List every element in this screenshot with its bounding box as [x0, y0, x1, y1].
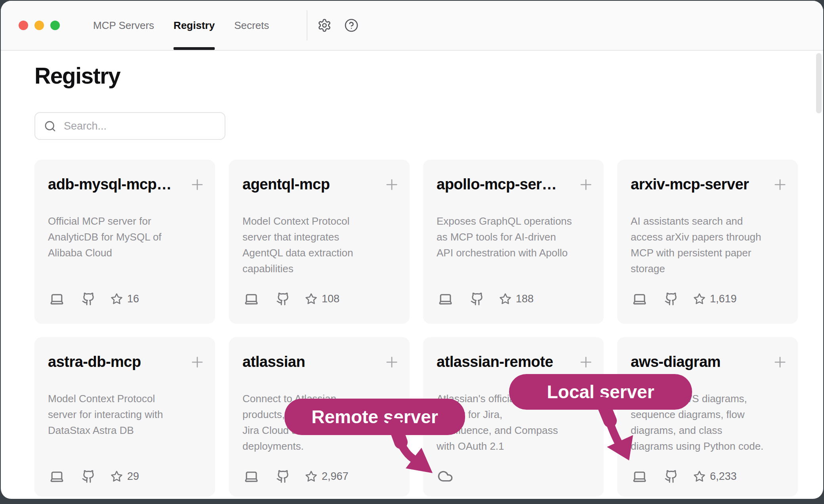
github-icon [276, 292, 290, 306]
window-minimize-button[interactable] [34, 21, 44, 30]
server-card[interactable]: astra-db-mcp Model Context Protocolserve… [34, 337, 215, 496]
server-card[interactable]: aws-diagram Generate AWS diagrams,sequen… [617, 337, 798, 496]
titlebar-divider [307, 10, 307, 40]
star-count: 29 [127, 470, 139, 483]
add-server-button[interactable] [383, 354, 400, 370]
local-callout-label: Local server [547, 381, 654, 403]
plus-icon [189, 366, 206, 372]
description-line: AI assistants search and [631, 213, 761, 229]
github-icon [664, 470, 678, 483]
laptop-icon [244, 292, 259, 306]
star-icon [111, 470, 123, 483]
plus-icon [578, 366, 594, 372]
server-name: atlassian-remote [437, 353, 553, 370]
star-icon [693, 293, 706, 305]
description-line: with OAuth 2.1 [437, 438, 558, 454]
star-count: 188 [516, 293, 534, 305]
window-close-button[interactable] [19, 21, 28, 30]
github-icon [664, 292, 678, 306]
page-title: Registry [34, 63, 120, 89]
description-line: Model Context Protocol [242, 213, 353, 229]
server-card[interactable]: adb-mysql-mcp… Official MCP server forAn… [34, 160, 215, 324]
description-line: deployments. [242, 438, 342, 454]
description-line: API orchestration with Apollo [437, 245, 572, 261]
add-server-button[interactable] [189, 354, 206, 370]
server-card[interactable]: arxiv-mcp-server AI assistants search an… [617, 160, 798, 324]
description-line: MCP with persistent paper [631, 245, 761, 261]
settings-button[interactable] [317, 18, 332, 32]
gear-icon [317, 28, 332, 34]
server-meta [438, 468, 453, 485]
add-server-button[interactable] [578, 176, 594, 193]
server-description: AI assistants search andaccess arXiv pap… [631, 213, 761, 277]
tab-registry[interactable]: Registry [174, 1, 215, 50]
plus-icon [772, 188, 788, 194]
server-name: astra-db-mcp [48, 353, 141, 370]
description-line: Official MCP server for [48, 213, 162, 229]
description-line: Alibaba Cloud [48, 245, 162, 261]
star-icon [693, 470, 706, 483]
server-name: atlassian [242, 353, 305, 370]
add-server-button[interactable] [578, 354, 594, 370]
star-count: 108 [322, 293, 340, 305]
description-line: Model Context Protocol [48, 391, 163, 407]
server-description: Model Context Protocolserver that integr… [242, 213, 353, 277]
description-line: storage [631, 261, 761, 277]
star-count: 1,619 [710, 293, 737, 305]
server-card[interactable]: apollo-mcp-ser… Exposes GraphQL operatio… [423, 160, 604, 324]
server-meta: 188 [438, 290, 534, 307]
description-line: Exposes GraphQL operations [437, 213, 572, 229]
plus-icon [383, 366, 400, 372]
description-line: AnalyticDB for MySQL of [48, 229, 162, 245]
cloud-icon [437, 468, 453, 484]
github-icon [82, 470, 95, 483]
description-line: capabilities [242, 261, 353, 277]
server-description: Exposes GraphQL operationsas MCP tools f… [437, 213, 572, 261]
server-meta: 108 [244, 290, 340, 307]
laptop-icon [632, 292, 647, 306]
star-count: 16 [127, 293, 139, 305]
server-meta: 1,619 [632, 290, 737, 307]
add-server-button[interactable] [189, 176, 206, 193]
laptop-icon [438, 292, 453, 306]
help-button[interactable] [344, 18, 359, 32]
server-meta: 6,233 [632, 468, 737, 485]
titlebar: MCP Servers Registry Secrets [1, 1, 823, 51]
description-line: server that integrates [242, 229, 353, 245]
description-line: AgentQL data extraction [242, 245, 353, 261]
server-card[interactable]: agentql-mcp Model Context Protocolserver… [229, 160, 410, 324]
star-count: 6,233 [710, 470, 737, 483]
tab-secrets[interactable]: Secrets [234, 1, 269, 50]
remote-callout-label: Remote server [311, 406, 438, 428]
add-server-button[interactable] [772, 354, 788, 370]
star-icon [305, 470, 317, 483]
star-count: 2,967 [322, 470, 349, 483]
plus-icon [578, 188, 594, 194]
plus-icon [383, 188, 400, 194]
server-name: aws-diagram [631, 353, 721, 370]
server-name: apollo-mcp-ser… [437, 176, 557, 193]
plus-icon [772, 366, 788, 372]
description-line: diagrams, and class [631, 422, 763, 438]
server-name: agentql-mcp [242, 176, 330, 193]
server-meta: 16 [50, 290, 139, 307]
github-icon [276, 470, 290, 483]
help-icon [344, 28, 359, 34]
add-server-button[interactable] [383, 176, 400, 193]
add-server-button[interactable] [772, 176, 788, 193]
search-icon [44, 120, 56, 132]
vertical-scrollbar[interactable] [816, 53, 822, 113]
remote-server-callout: Remote server [284, 399, 465, 435]
window-zoom-button[interactable] [50, 21, 60, 30]
server-name: adb-mysql-mcp… [48, 176, 172, 193]
star-icon [499, 293, 511, 305]
star-icon [305, 293, 317, 305]
description-line: server for interacting with [48, 407, 163, 422]
local-server-callout: Local server [509, 374, 692, 410]
server-description: Model Context Protocolserver for interac… [48, 391, 163, 438]
tab-mcp-servers[interactable]: MCP Servers [93, 1, 154, 50]
github-icon [470, 292, 484, 306]
search-input[interactable] [63, 120, 215, 133]
server-description: Official MCP server forAnalyticDB for My… [48, 213, 162, 261]
laptop-icon [244, 469, 259, 484]
